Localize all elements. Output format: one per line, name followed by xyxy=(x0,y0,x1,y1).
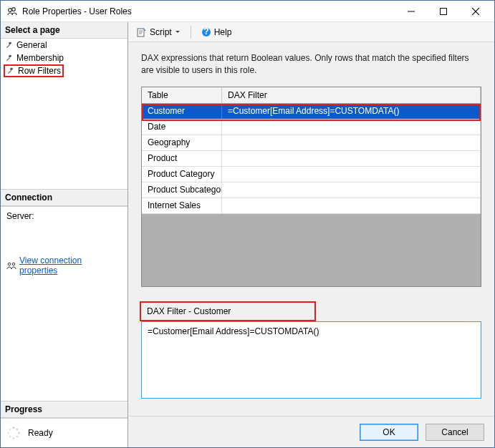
dialog-body: Select a page General Membership Row Fil… xyxy=(1,22,494,447)
right-pane: Script ? Help DAX expressions that retur… xyxy=(128,22,494,447)
wrench-icon xyxy=(5,54,14,62)
cell-table: Geography xyxy=(142,135,222,150)
cell-dax xyxy=(222,167,481,182)
view-connection-link[interactable]: View connection properties xyxy=(6,255,122,276)
svg-point-8 xyxy=(12,427,14,429)
grid-row[interactable]: Product xyxy=(142,151,481,167)
cell-table: Customer xyxy=(142,104,222,119)
window-title: Role Properties - User Roles xyxy=(22,6,395,16)
svg-point-10 xyxy=(18,432,20,434)
page-nav: General Membership Row Filters xyxy=(1,39,128,189)
help-button[interactable]: ? Help xyxy=(198,26,235,39)
grid-row[interactable]: Date xyxy=(142,120,481,135)
progress-status: Ready xyxy=(28,428,53,438)
dropdown-icon xyxy=(175,29,181,35)
cell-table: Product xyxy=(142,151,222,166)
close-button[interactable] xyxy=(459,1,491,21)
spinner-icon xyxy=(6,426,21,440)
dax-filter-section: DAX Filter - Customer =Customer[Email Ad… xyxy=(141,303,481,399)
script-button[interactable]: Script xyxy=(134,26,183,39)
cell-dax: =Customer[Email Address]=CUSTOMDATA() xyxy=(222,104,481,119)
nav-label: General xyxy=(16,40,47,50)
cell-table: Internet Sales xyxy=(142,198,222,213)
content-area: DAX expressions that return Boolean valu… xyxy=(128,42,494,416)
dialog-footer: OK Cancel xyxy=(128,416,494,447)
app-icon xyxy=(6,6,18,17)
svg-point-15 xyxy=(9,429,11,430)
toolbar: Script ? Help xyxy=(128,22,494,42)
script-icon xyxy=(137,27,147,37)
select-page-header: Select a page xyxy=(1,22,128,39)
wrench-icon xyxy=(6,67,15,75)
nav-label: Row Filters xyxy=(18,66,61,76)
nav-highlight: Row Filters xyxy=(4,64,64,77)
filter-label-highlight: DAX Filter - Customer xyxy=(140,301,316,321)
svg-point-9 xyxy=(16,429,19,431)
grid-body: Customer =Customer[Email Address]=CUSTOM… xyxy=(142,104,481,214)
titlebar: Role Properties - User Roles xyxy=(1,1,494,22)
svg-point-1 xyxy=(12,7,16,11)
progress-header: Progress xyxy=(1,401,128,418)
cell-table: Product Subcategory xyxy=(142,182,222,198)
dax-filter-input[interactable]: =Customer[Email Address]=CUSTOMDATA() xyxy=(141,321,481,399)
maximize-button[interactable] xyxy=(427,1,459,21)
grid-row[interactable]: Product Category xyxy=(142,167,481,182)
svg-point-6 xyxy=(8,263,11,266)
minimize-button[interactable] xyxy=(395,1,427,21)
svg-point-13 xyxy=(9,436,11,437)
cell-table: Date xyxy=(142,120,222,135)
link-text: View connection properties xyxy=(19,255,122,276)
server-label: Server: xyxy=(6,211,122,221)
col-header-table[interactable]: Table xyxy=(142,87,222,103)
cell-dax xyxy=(222,135,481,150)
ok-button[interactable]: OK xyxy=(360,424,418,441)
dax-filter-label: DAX Filter - Customer xyxy=(141,304,314,318)
svg-point-7 xyxy=(12,263,15,266)
nav-item-membership[interactable]: Membership xyxy=(1,52,128,64)
grid-row[interactable]: Internet Sales xyxy=(142,198,481,214)
nav-label: Membership xyxy=(16,53,64,63)
dialog-window: Role Properties - User Roles Select a pa… xyxy=(0,0,495,448)
svg-point-0 xyxy=(9,8,12,11)
svg-text:?: ? xyxy=(203,27,208,36)
filter-grid: Table DAX Filter Customer =Customer[Emai… xyxy=(141,87,481,287)
dax-filter-value: =Customer[Email Address]=CUSTOMDATA() xyxy=(148,326,319,336)
connection-icon xyxy=(6,261,16,270)
grid-row[interactable]: Geography xyxy=(142,135,481,151)
cell-dax xyxy=(222,151,481,166)
toolbar-separator xyxy=(191,26,191,39)
cell-table: Product Category xyxy=(142,167,222,182)
svg-point-14 xyxy=(8,432,9,434)
svg-point-12 xyxy=(13,437,14,439)
nav-item-general[interactable]: General xyxy=(1,39,128,52)
progress-section: Ready xyxy=(1,418,128,447)
cell-dax xyxy=(222,182,481,198)
cancel-button[interactable]: Cancel xyxy=(426,424,484,441)
svg-rect-3 xyxy=(440,8,446,14)
nav-item-row-filters[interactable]: Row Filters xyxy=(1,64,128,77)
connection-header: Connection xyxy=(1,189,128,206)
help-label: Help xyxy=(214,27,232,37)
description-text: DAX expressions that return Boolean valu… xyxy=(141,52,481,77)
cell-dax xyxy=(222,198,481,213)
help-icon: ? xyxy=(201,27,211,37)
grid-header: Table DAX Filter xyxy=(142,87,481,104)
cell-dax xyxy=(222,120,481,135)
grid-row[interactable]: Customer =Customer[Email Address]=CUSTOM… xyxy=(142,104,481,120)
script-label: Script xyxy=(150,27,172,37)
connection-section: Server: View connection properties xyxy=(1,206,128,401)
svg-point-11 xyxy=(16,436,19,438)
grid-row[interactable]: Product Subcategory xyxy=(142,182,481,198)
col-header-dax[interactable]: DAX Filter xyxy=(222,87,481,103)
wrench-icon xyxy=(5,41,14,49)
left-pane: Select a page General Membership Row Fil… xyxy=(1,22,128,447)
